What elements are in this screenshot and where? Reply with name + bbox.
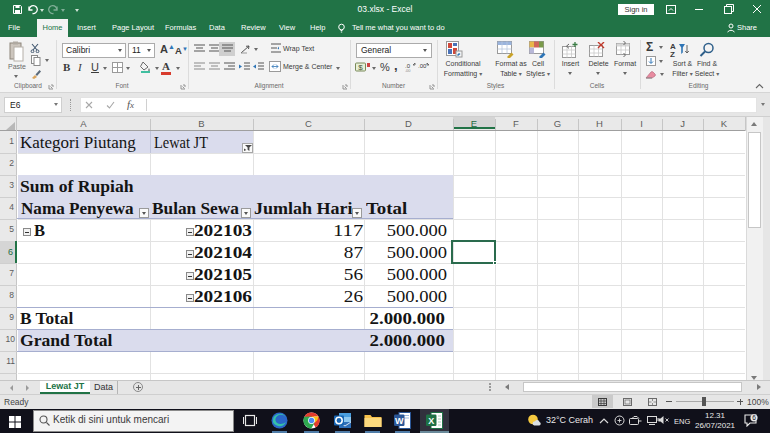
svg-text:.00: .00: [418, 63, 427, 69]
svg-text:6: 6: [752, 414, 756, 421]
svg-text:W: W: [395, 416, 404, 426]
svg-text:$: $: [358, 63, 363, 72]
svg-text:X: X: [428, 416, 434, 426]
svg-text:.00: .00: [405, 68, 411, 72]
svg-text:Z: Z: [670, 50, 675, 58]
